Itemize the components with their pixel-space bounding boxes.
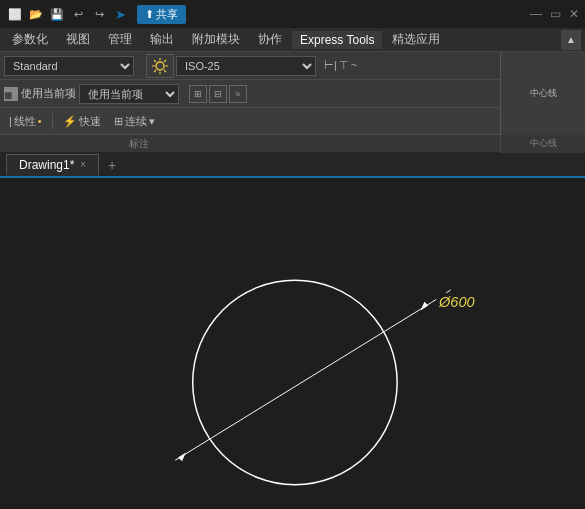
menu-collab[interactable]: 协作 xyxy=(250,29,290,50)
arrow-icon[interactable]: ➤ xyxy=(111,5,129,23)
tab-close-btn[interactable]: × xyxy=(80,159,86,170)
share-button[interactable]: ⬆ 共享 xyxy=(137,5,186,24)
linear-btn[interactable]: | 线性 • xyxy=(4,112,47,131)
tab-add-btn[interactable]: + xyxy=(101,154,123,176)
wave-icon[interactable]: ≈ xyxy=(229,85,247,103)
sun-svg xyxy=(151,57,169,75)
fast-btn[interactable]: ⚡ 快速 xyxy=(58,112,106,131)
pipe-icon: | xyxy=(9,115,12,127)
redo-icon[interactable]: ↪ xyxy=(90,5,108,23)
svg-line-7 xyxy=(164,60,166,62)
use-current-group: ■ 使用当前项 使用当前项 xyxy=(4,84,179,104)
menu-view[interactable]: 视图 xyxy=(58,29,98,50)
dim-icon-2[interactable]: ⊤ xyxy=(339,59,349,72)
menu-parametric[interactable]: 参数化 xyxy=(4,29,56,50)
close-icon[interactable]: ✕ xyxy=(569,7,579,21)
canvas-area[interactable]: Ø600 xyxy=(0,178,585,509)
tab-drawing1[interactable]: Drawing1* × xyxy=(6,154,99,176)
svg-line-8 xyxy=(154,70,156,72)
connect-btn[interactable]: ⊞ 连续 ▾ xyxy=(109,112,160,131)
use-current-label: 使用当前项 xyxy=(21,86,76,101)
center-line-label: 中心线 xyxy=(530,89,557,99)
style-select[interactable]: Standard xyxy=(4,56,134,76)
minimize-icon[interactable]: — xyxy=(530,7,542,21)
connect-icon: ⊞ xyxy=(114,115,123,128)
share-label: 共享 xyxy=(156,7,178,22)
minus-icon[interactable]: ⊟ xyxy=(209,85,227,103)
connect-arrow: ▾ xyxy=(149,115,155,128)
svg-line-5 xyxy=(154,60,156,62)
arrow-right xyxy=(421,302,429,311)
title-bar: ⬜ 📂 💾 ↩ ↪ ➤ ⬆ 共享 — ▭ ✕ xyxy=(0,0,585,28)
open-icon[interactable]: 📂 xyxy=(27,5,45,23)
current-select[interactable]: 使用当前项 xyxy=(79,84,179,104)
options-icon[interactable]: ▲ xyxy=(561,30,581,50)
menu-addons[interactable]: 附加模块 xyxy=(184,29,248,50)
ribbon-label-row: 标注 标注 ▾ 中心线 xyxy=(0,134,585,152)
main-circle xyxy=(193,280,397,484)
drawing-svg: Ø600 xyxy=(0,178,585,509)
menu-manage[interactable]: 管理 xyxy=(100,29,140,50)
save-icon[interactable]: 💾 xyxy=(48,5,66,23)
svg-line-6 xyxy=(164,70,166,72)
svg-point-0 xyxy=(156,62,164,70)
arrow-left xyxy=(178,453,186,462)
new-icon[interactable]: ⬜ xyxy=(6,5,24,23)
icon-btns-row: ⊞ ⊟ ≈ xyxy=(189,85,247,103)
linear-label: 线性 xyxy=(14,114,36,129)
right-panel-row3 xyxy=(500,108,585,134)
menu-bar: 参数化 视图 管理 输出 附加模块 协作 Express Tools 精选应用 … xyxy=(0,28,585,52)
sep1 xyxy=(52,113,53,129)
center-group-label: 中心线 xyxy=(530,137,557,150)
tab-bar: Drawing1* × + xyxy=(0,152,585,178)
dot-icon: • xyxy=(38,115,42,127)
dim-icon-1[interactable]: ⊢| xyxy=(324,59,337,72)
fast-label: 快速 xyxy=(79,114,101,129)
menu-output[interactable]: 输出 xyxy=(142,29,182,50)
ribbon-row2: ■ 使用当前项 使用当前项 ⊞ ⊟ ≈ 中心线 xyxy=(0,80,585,108)
grid-icon[interactable]: ⊞ xyxy=(189,85,207,103)
dimension-label: Ø600 xyxy=(438,294,475,310)
layer-square[interactable]: ■ xyxy=(4,87,18,101)
right-panel-label: 中心线 xyxy=(500,135,585,153)
annotation-style-select[interactable]: ISO-25 xyxy=(176,56,316,76)
undo-icon[interactable]: ↩ xyxy=(69,5,87,23)
ribbon-row3: | 线性 • ⚡ 快速 ⊞ 连续 ▾ xyxy=(0,108,585,134)
dim-icon-3[interactable]: ~ xyxy=(351,59,357,72)
annotation-group-label: 标注 xyxy=(4,137,275,151)
ribbon-row1: Standard ISO-25 xyxy=(0,52,585,80)
title-bar-icons: ⬜ 📂 💾 ↩ ↪ ➤ xyxy=(6,5,129,23)
restore-icon[interactable]: ▭ xyxy=(550,7,561,21)
connect-label: 连续 xyxy=(125,114,147,129)
fast-icon: ⚡ xyxy=(63,115,77,128)
share-icon: ⬆ xyxy=(145,8,154,21)
tab-drawing1-label: Drawing1* xyxy=(19,158,74,172)
right-panel-row2: 中心线 xyxy=(500,80,585,108)
menu-express[interactable]: Express Tools xyxy=(292,31,382,49)
annotation-icon[interactable] xyxy=(146,54,174,78)
menu-featured[interactable]: 精选应用 xyxy=(384,29,448,50)
diameter-line xyxy=(175,303,431,461)
